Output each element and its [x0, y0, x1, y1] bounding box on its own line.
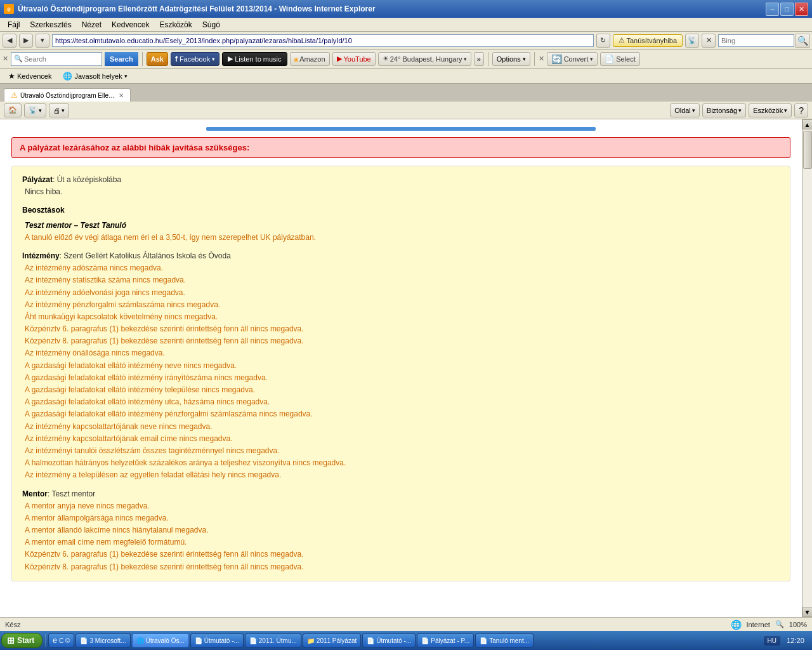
address-input[interactable] [52, 34, 594, 47]
close-button[interactable]: ✕ [795, 3, 808, 16]
amazon-icon: a [294, 55, 298, 63]
select-button[interactable]: 📄 Select [600, 52, 640, 66]
youtube-icon: ▶ [337, 55, 342, 63]
forward-button[interactable]: ▶ [19, 34, 33, 48]
menu-help[interactable]: Súgó [197, 19, 225, 30]
toolbar-close-icon[interactable]: ✕ [3, 55, 8, 63]
more-button[interactable]: » [474, 52, 484, 66]
options-button[interactable]: Options ▾ [492, 52, 530, 66]
cert-button[interactable]: ⚠ Tanúsítványhiba [613, 34, 683, 47]
facebook-button[interactable]: f Facebook ▾ [171, 52, 219, 66]
start-button[interactable]: ⊞ Start [1, 633, 43, 648]
page-button[interactable]: Oldal ▾ [670, 103, 700, 117]
taskbar-item-3[interactable]: 📄 2011. Útmu... [245, 633, 301, 647]
separator-3 [534, 52, 535, 66]
intezmeny-error-line: Az intézmény statisztika száma nincs meg… [25, 274, 780, 286]
toolbar: ✕ 🔍 Search Ask f Facebook ▾ ▶ Listen to … [0, 50, 812, 69]
bing-search-button[interactable]: 🔍 [796, 34, 809, 48]
help-button[interactable]: ? [794, 103, 808, 117]
print-button[interactable]: 🖨 ▾ [49, 103, 69, 117]
start-label: Start [17, 636, 34, 645]
taskbar-ie-quick[interactable]: e C © [48, 633, 74, 647]
tab-close-0[interactable]: ✕ [119, 92, 124, 99]
mentor-error-line: Közpénztv 6. paragrafus (1) bekezdése sz… [25, 548, 780, 560]
taskbar-icon-4: 📁 [307, 637, 315, 644]
youtube-button[interactable]: ▶ YouTube [332, 52, 376, 66]
safety-button[interactable]: Biztonság ▾ [702, 103, 746, 117]
search-button[interactable]: Search [105, 52, 138, 66]
dropdown-button[interactable]: ▾ [36, 34, 49, 48]
taskbar-item-5[interactable]: 📄 Útmutató -... [362, 633, 416, 647]
taskbar-label-7: Tanuló ment... [489, 637, 529, 644]
mentor-error-text: A tanuló előző év végi átlaga nem éri el… [25, 232, 780, 244]
scroll-up-button[interactable]: ▲ [802, 119, 813, 129]
minimize-button[interactable]: – [766, 3, 779, 16]
rss-cmd-button[interactable]: 📡 ▾ [24, 103, 46, 117]
taskbar-item-7[interactable]: 📄 Tanuló ment... [475, 633, 534, 647]
taskbar-item-4[interactable]: 📁 2011 Pályázat [303, 633, 361, 647]
address-bar: ◀ ▶ ▾ ↻ ⚠ Tanúsítványhiba 📡 ✕ 🔍 [0, 32, 812, 50]
tools-button[interactable]: Eszközök ▾ [749, 103, 792, 117]
ask-button[interactable]: Ask [147, 52, 168, 66]
taskbar-label-6: Pályázat - P... [431, 637, 469, 644]
menu-edit[interactable]: Szerkesztés [25, 19, 76, 30]
intezmeny-error-line: Az intézményi tanulói összlétszám összes… [25, 445, 780, 457]
intezmeny-error-line: A gazdasági feladatokat ellátó intézmény… [25, 372, 780, 384]
mentor-error-line: A mentor anyja neve nincs megadva. [25, 500, 780, 512]
convert-button[interactable]: 🔄 Convert ▾ [547, 52, 598, 66]
search-icon: 🔍 [13, 55, 24, 63]
home-button[interactable]: 🏠 [4, 103, 22, 117]
app-icon: e [4, 4, 14, 14]
intezmeny-error-line: Az intézmény kapcsolattartójának email c… [25, 433, 780, 445]
taskbar-icon-5: 📄 [367, 637, 374, 644]
systray-icons: HU [764, 636, 780, 646]
tools-dropdown-icon: ▾ [784, 107, 787, 114]
menu-bar: Fájl Szerkesztés Nézet Kedvencek Eszközö… [0, 18, 812, 32]
weather-button[interactable]: ☀ 24° Budapest, Hungary ▾ [378, 52, 471, 66]
status-right: 🌐 Internet 🔍 100% [731, 620, 807, 630]
scroll-thumb[interactable] [803, 131, 812, 169]
favorites-item[interactable]: ★ Kedvencek [4, 70, 56, 82]
scroll-down-button[interactable]: ▼ [802, 607, 813, 617]
cert-icon: ⚠ [619, 36, 625, 44]
menu-tools[interactable]: Eszközök [154, 19, 197, 30]
menu-favorites[interactable]: Kedvencek [107, 19, 154, 30]
amazon-button[interactable]: a Amazon [290, 52, 330, 66]
intezmeny-error-line: A halmozottan hátrányos helyzetűek száza… [25, 457, 780, 469]
taskbar-item-6[interactable]: 📄 Pályázat - P... [417, 633, 474, 647]
facebook-dropdown-icon[interactable]: ▾ [212, 56, 215, 62]
toolbar-x-icon[interactable]: ✕ [539, 55, 544, 63]
maximize-button[interactable]: □ [780, 3, 794, 16]
stop-button[interactable]: ✕ [702, 34, 716, 48]
taskbar-label-2: Útmutató -... [204, 637, 239, 644]
cmd-left: 🏠 📡 ▾ 🖨 ▾ [4, 103, 69, 117]
intezmeny-error-line: Az intézmény pénzforgalmi számlaszáma ni… [25, 299, 780, 311]
page-dropdown-icon: ▾ [692, 107, 695, 114]
weather-icon: ☀ [383, 55, 389, 63]
taskbar-label-0: 3 Microsoft... [89, 637, 126, 644]
back-button[interactable]: ◀ [3, 34, 16, 48]
clock: 12:20 [783, 637, 808, 644]
menu-view[interactable]: Nézet [77, 19, 107, 30]
tab-0[interactable]: ⚠ Útravaló Ösztöndíjprogram Ellenőrzött … [4, 88, 131, 102]
toolbar-search-box: 🔍 [11, 52, 102, 66]
taskbar-item-0[interactable]: 📄 3 Microsoft... [75, 633, 130, 647]
intezmeny-header: Intézmény: Szent Gellért Katolikus Által… [22, 250, 780, 262]
intezmeny-value: Szent Gellért Katolikus Általános Iskola… [63, 251, 230, 260]
mentor-section-header: Mentor: Teszt mentor [22, 488, 780, 500]
nincs-hiba: Nincs hiba. [25, 186, 780, 198]
print-dropdown-icon: ▾ [62, 107, 65, 114]
taskbar-item-2[interactable]: 📄 Útmutató -... [190, 633, 244, 647]
bing-search-input[interactable] [718, 34, 794, 47]
taskbar-item-1[interactable]: 🌐 Útravaló Ös... [132, 633, 189, 647]
music-button[interactable]: ▶ Listen to music [222, 52, 287, 66]
mentor-error-line: A mentor állandó lakcíme nincs hiánytala… [25, 524, 780, 536]
search-input[interactable] [24, 55, 100, 63]
menu-file[interactable]: Fájl [3, 19, 25, 30]
suggest-dropdown-icon: ▾ [124, 73, 128, 79]
tab-label-0: Útravaló Ösztöndíjprogram Ellenőrzött Ad… [20, 92, 116, 99]
intezmeny-error-line: Az intézmény önállósága nincs megadva. [25, 347, 780, 359]
refresh-button[interactable]: ↻ [596, 34, 610, 48]
rss-button[interactable]: 📡 [685, 34, 699, 48]
suggested-sites-item[interactable]: 🌐 Javasolt helyek ▾ [58, 70, 131, 82]
